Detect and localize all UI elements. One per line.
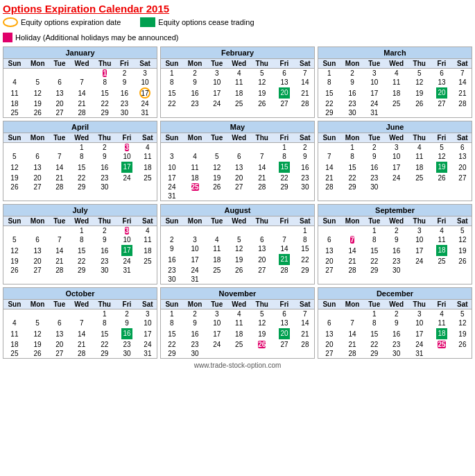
normal-day: 5 <box>227 235 251 244</box>
day-header-thu: Thu <box>251 59 273 69</box>
table-cell <box>384 182 408 192</box>
normal-day: 12 <box>227 244 251 253</box>
table-cell <box>26 69 50 78</box>
normal-day: 15 <box>364 244 384 257</box>
table-cell: 17 <box>133 87 157 99</box>
table-cell <box>430 108 454 117</box>
normal-day: 7 <box>49 235 69 244</box>
table-cell <box>454 108 472 117</box>
table-cell <box>273 349 296 358</box>
normal-day: 19 <box>3 257 26 266</box>
normal-day: 2 <box>364 143 384 153</box>
table-cell <box>26 226 50 236</box>
normal-day: 22 <box>161 340 183 349</box>
holiday-day: 7 <box>350 236 354 244</box>
normal-day: 24 <box>408 340 430 349</box>
normal-day: 5 <box>454 309 472 319</box>
normal-day: 6 <box>318 235 340 244</box>
normal-day: 14 <box>49 244 69 257</box>
normal-day: 19 <box>26 99 50 108</box>
normal-day: 7 <box>49 152 69 161</box>
normal-day: 29 <box>161 349 183 358</box>
normal-day: 20 <box>318 340 340 349</box>
table-cell: 7 <box>340 235 365 244</box>
normal-day: 11 <box>227 78 251 87</box>
normal-day: 9 <box>94 152 115 161</box>
normal-day: 22 <box>318 99 340 108</box>
day-header-sat: Sat <box>296 133 314 143</box>
day-header-fri: Fri <box>116 59 134 69</box>
calendar-may: MaySunMonTueWedThuFriSat1234567891011121… <box>160 121 315 201</box>
day-header-thu: Thu <box>94 59 116 69</box>
table-cell <box>340 226 365 236</box>
day-header-sat: Sat <box>454 133 472 143</box>
normal-day: 15 <box>296 244 314 253</box>
normal-day: 26 <box>207 182 227 192</box>
day-header-tue: Tue <box>207 216 227 226</box>
normal-day: 19 <box>26 340 50 349</box>
normal-day: 23 <box>384 340 408 349</box>
day-header-thu: Thu <box>94 216 115 226</box>
table-cell <box>227 192 251 201</box>
normal-day: 2 <box>183 69 207 78</box>
table-cell <box>183 226 207 236</box>
normal-day: 18 <box>384 87 408 99</box>
day-header-sun: Sun <box>161 216 183 226</box>
table-cell: 20 <box>273 87 296 99</box>
month-header-august: August <box>161 205 314 216</box>
day-header-mon: Mon <box>26 300 50 309</box>
table-cell <box>139 266 157 275</box>
normal-day: 24 <box>115 257 139 266</box>
normal-day: 15 <box>364 328 384 340</box>
day-header-thu: Thu <box>251 216 273 226</box>
month-header-may: May <box>161 121 314 133</box>
normal-day: 27 <box>50 108 70 117</box>
normal-day: 20 <box>50 99 70 108</box>
normal-day: 29 <box>69 182 94 192</box>
normal-day: 31 <box>115 266 139 275</box>
table-cell <box>161 143 183 153</box>
table-cell: 1 <box>94 69 116 78</box>
normal-day: 27 <box>227 182 251 192</box>
table-cell <box>227 143 251 153</box>
day-header-sat: Sat <box>133 59 157 69</box>
day-header-tue: Tue <box>49 133 69 143</box>
table-cell <box>273 226 296 236</box>
table-cell <box>207 226 227 236</box>
normal-day: 23 <box>183 99 207 108</box>
normal-day: 5 <box>408 69 430 78</box>
normal-day: 10 <box>384 152 408 161</box>
normal-day: 1 <box>340 143 365 153</box>
day-header-mon: Mon <box>340 216 365 226</box>
normal-day: 7 <box>251 152 273 161</box>
normal-day: 16 <box>384 244 408 257</box>
normal-day: 30 <box>384 266 408 275</box>
normal-day: 8 <box>364 318 384 328</box>
normal-day: 9 <box>94 235 115 244</box>
normal-day: 18 <box>183 173 207 182</box>
table-cell <box>430 349 454 358</box>
calendars-grid: JanuarySunMonTueWedThuFriSat123456789101… <box>3 46 472 359</box>
normal-day: 1 <box>161 69 183 78</box>
normal-day: 6 <box>50 78 70 87</box>
normal-day: 4 <box>408 143 430 153</box>
day-header-fri: Fri <box>115 300 139 309</box>
table-cell <box>251 192 273 201</box>
day-header-thu: Thu <box>408 59 430 69</box>
normal-day: 21 <box>49 257 69 266</box>
table-cell <box>430 182 454 192</box>
normal-day: 2 <box>116 69 134 78</box>
normal-day: 1 <box>69 226 94 236</box>
normal-day: 9 <box>183 318 207 328</box>
normal-day: 14 <box>296 318 314 328</box>
day-header-mon: Mon <box>26 216 50 226</box>
day-header-sun: Sun <box>161 300 183 309</box>
normal-day: 17 <box>384 161 408 173</box>
normal-day: 16 <box>340 87 365 99</box>
normal-day: 2 <box>94 226 115 236</box>
normal-day: 16 <box>296 161 314 173</box>
normal-day: 29 <box>273 182 296 192</box>
normal-day: 10 <box>207 78 227 87</box>
normal-day: 18 <box>3 99 26 108</box>
day-header-sun: Sun <box>3 216 26 226</box>
